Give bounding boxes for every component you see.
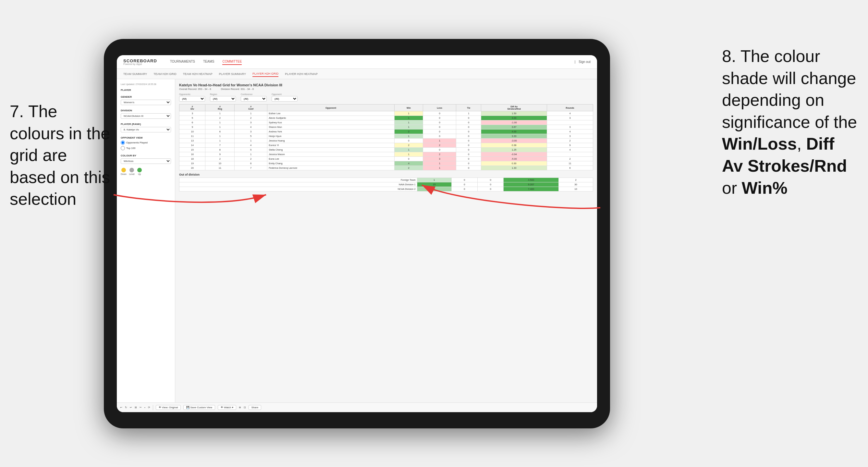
- ood-loss: 0: [452, 178, 477, 182]
- out-of-division-header: Out of division: [179, 173, 593, 176]
- sign-out-link[interactable]: Sign out: [579, 60, 591, 64]
- cell-loss: 0: [423, 116, 456, 120]
- sidebar-colour-select[interactable]: Win/loss: [121, 158, 171, 164]
- bottom-toolbar: ↩ ↻ ↩ ⊞ ✂ • ⟳ 👁 View: Original 💾 Save Cu…: [117, 402, 597, 412]
- sidebar-division-label: Division: [121, 109, 171, 112]
- subnav-team-h2h-grid[interactable]: TEAM H2H GRID: [153, 71, 177, 76]
- legend-level-dot: [129, 168, 134, 172]
- cell-diff: 1.33: [481, 166, 547, 170]
- cell-win: 0: [395, 157, 423, 161]
- cell-loss: 0: [423, 111, 456, 116]
- radio-top-100[interactable]: Top 100: [121, 146, 171, 150]
- cell-rounds: 3: [547, 125, 593, 129]
- sidebar-radio-group: Opponents Played Top 100: [121, 141, 171, 150]
- view-original-btn[interactable]: 👁 View: Original: [156, 405, 181, 410]
- cell-tie: 0: [456, 166, 481, 170]
- cell-opponent: Sharon Mun: [268, 125, 395, 129]
- save-custom-btn[interactable]: 💾 Save Custom View: [183, 405, 215, 410]
- subnav-player-summary[interactable]: PLAYER SUMMARY: [219, 71, 246, 76]
- logo-sub: Powered by clippd: [123, 63, 157, 65]
- toolbar-cut[interactable]: ✂: [140, 406, 142, 409]
- toolbar-icon1[interactable]: ⊕: [239, 406, 241, 409]
- ood-diff: 7.400: [504, 187, 559, 191]
- subnav-player-h2h-heatmap[interactable]: PLAYER H2H HEATMAP: [285, 71, 318, 76]
- opponent-select[interactable]: (All): [272, 96, 298, 101]
- cell-win: 1: [395, 120, 423, 125]
- cell-win: 1: [395, 134, 423, 138]
- division-record: Division Record: 331 - 34 - 6: [221, 88, 254, 91]
- cell-rounds: 2: [547, 138, 593, 143]
- cell-diff: 1.50: [481, 111, 547, 116]
- cell-opponent: Alexis Sudijanto: [268, 116, 395, 120]
- cell-conf: 2: [235, 116, 268, 120]
- opponent-label: Opponent: [272, 93, 298, 95]
- subnav-team-h2h-heatmap[interactable]: TEAM H2H HEATMAP: [183, 71, 213, 76]
- cell-div: 9: [180, 125, 206, 129]
- ood-loss: 0: [452, 182, 477, 187]
- table-row: 3 1 1 Esther Lee 1 0 1 1.50 4: [180, 111, 593, 116]
- cell-tie: 0: [456, 161, 481, 166]
- cell-opponent: Federica Domecq Lacroze: [268, 166, 395, 170]
- nav-teams[interactable]: TEAMS: [203, 59, 214, 65]
- nav-committee[interactable]: COMMITTEE: [222, 59, 242, 65]
- share-btn[interactable]: Share: [249, 405, 261, 410]
- opponents-select[interactable]: (All): [179, 96, 205, 101]
- table-row: 15 8 5 Stella Cheng 1 0 0 1.25 4: [180, 148, 593, 152]
- subnav-team-summary[interactable]: TEAM SUMMARY: [123, 71, 147, 76]
- legend-down-dot: [121, 168, 126, 172]
- logo: SCOREBOARD Powered by clippd: [123, 59, 157, 65]
- radio-opponents-played[interactable]: Opponents Played: [121, 141, 171, 145]
- table-row: 13 1 1 Jessica Huang 0 1 0 -3.00 2: [180, 138, 593, 143]
- table-row: 19 10 6 Emily Chang 4 1 0 0.30 11: [180, 161, 593, 166]
- logo-text: SCOREBOARD: [123, 59, 157, 63]
- table-row: 9 1 4 Sharon Mun 1 0 0 3.67 3: [180, 125, 593, 129]
- cell-win: 2: [395, 129, 423, 134]
- cell-div: 10: [180, 129, 206, 134]
- cell-rounds: [547, 152, 593, 157]
- nav-tournaments[interactable]: TOURNAMENTS: [170, 59, 195, 65]
- region-select[interactable]: (All): [210, 96, 236, 101]
- toolbar-undo[interactable]: ↩: [120, 406, 122, 409]
- toolbar-redo1[interactable]: ↻: [125, 406, 127, 409]
- cell-loss: 1: [423, 161, 456, 166]
- sidebar-player-rank-select[interactable]: 8. Katelyn Vo: [121, 127, 171, 132]
- region-label: Region: [210, 93, 236, 95]
- ood-label: NCAA Division 2: [180, 187, 417, 191]
- nav-links: TOURNAMENTS TEAMS COMMITTEE: [170, 59, 242, 65]
- toolbar-icon2[interactable]: ⊡: [244, 406, 246, 409]
- toolbar-grid[interactable]: ⊞: [135, 406, 137, 409]
- cell-tie: 0: [456, 116, 481, 120]
- toolbar-undo2[interactable]: ↩: [130, 406, 132, 409]
- cell-reg: 2: [206, 157, 235, 161]
- cell-diff: 3.33: [481, 134, 547, 138]
- grid-title: Katelyn Vo Head-to-Head Grid for Women's…: [179, 83, 593, 87]
- table-row: 10 6 3 Andrea York 2 0 0 4.00 4: [180, 129, 593, 134]
- toolbar-refresh[interactable]: ⟳: [148, 406, 150, 409]
- conference-select[interactable]: (All): [241, 96, 267, 101]
- cell-tie: 0: [456, 148, 481, 152]
- watch-btn[interactable]: 👁 Watch ▾: [218, 405, 236, 410]
- table-row: 11 1 5 Heejo Hyun 1 0 0 3.33 3: [180, 134, 593, 138]
- col-diff: Diff AvStrokes/Rnd: [481, 104, 547, 111]
- cell-opponent: Euna Lee: [268, 157, 395, 161]
- cell-conf: 3: [235, 120, 268, 125]
- ood-win: 1: [417, 178, 452, 182]
- sidebar-division-select[interactable]: NCAA Division III: [121, 113, 171, 119]
- toolbar-dot[interactable]: •: [145, 406, 145, 409]
- cell-reg: 2: [206, 116, 235, 120]
- subnav-player-h2h-grid[interactable]: PLAYER H2H GRID: [252, 71, 278, 77]
- cell-conf: 1: [235, 138, 268, 143]
- cell-win: 2: [395, 166, 423, 170]
- cell-div: 18: [180, 157, 206, 161]
- cell-win: 1: [395, 111, 423, 116]
- cell-conf: 7: [235, 166, 268, 170]
- cell-div: 13: [180, 138, 206, 143]
- cell-opponent: Heejo Hyun: [268, 134, 395, 138]
- cell-reg: 8: [206, 148, 235, 152]
- sidebar-gender-select[interactable]: Women's: [121, 100, 171, 105]
- cell-rounds: 6: [547, 166, 593, 170]
- ood-label: NAIA Division 1: [180, 182, 417, 187]
- cell-conf: 6: [235, 161, 268, 166]
- cell-rounds: 3: [547, 134, 593, 138]
- cell-rounds: 4: [547, 129, 593, 134]
